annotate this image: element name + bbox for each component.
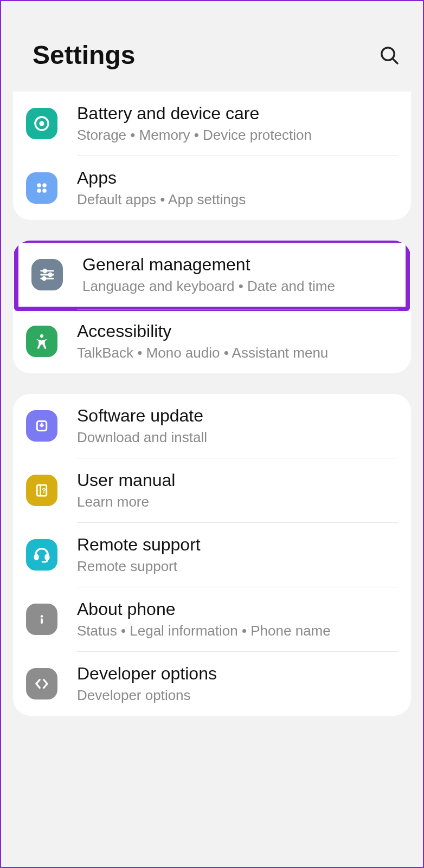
item-text: Battery and device care Storage • Memory… xyxy=(77,101,398,146)
info-icon xyxy=(26,604,57,635)
svg-point-22 xyxy=(41,615,43,618)
settings-item-about-phone[interactable]: About phone Status • Legal information •… xyxy=(13,587,411,651)
item-text: Apps Default apps • App settings xyxy=(77,166,398,210)
item-title: Software update xyxy=(77,406,398,426)
svg-point-7 xyxy=(42,189,47,193)
settings-item-developer-options[interactable]: Developer options Developer options xyxy=(13,652,411,716)
svg-text:?: ? xyxy=(42,487,46,495)
item-subtitle: Default apps • App settings xyxy=(77,191,398,208)
sliders-icon xyxy=(31,259,63,290)
item-title: User manual xyxy=(77,470,398,490)
item-text: Accessibility TalkBack • Mono audio • As… xyxy=(77,319,398,364)
page-title: Settings xyxy=(33,40,135,70)
item-text: Remote support Remote support xyxy=(77,533,398,577)
settings-item-general-management[interactable]: General management Language and keyboard… xyxy=(18,243,406,307)
settings-item-battery[interactable]: Battery and device care Storage • Memory… xyxy=(13,92,411,156)
item-subtitle: Storage • Memory • Device protection xyxy=(77,127,398,144)
item-text: General management Language and keyboard… xyxy=(82,252,393,297)
svg-point-3 xyxy=(40,121,44,126)
settings-group: Battery and device care Storage • Memory… xyxy=(13,92,411,220)
item-subtitle: Remote support xyxy=(77,558,398,575)
item-text: About phone Status • Legal information •… xyxy=(77,597,398,642)
settings-item-remote-support[interactable]: Remote support Remote support xyxy=(13,523,411,587)
svg-point-6 xyxy=(37,189,41,193)
svg-point-14 xyxy=(40,334,43,338)
settings-group: General management Language and keyboard… xyxy=(13,241,411,373)
page-header: Settings xyxy=(1,1,423,92)
svg-point-11 xyxy=(49,273,52,276)
svg-point-13 xyxy=(43,277,46,280)
item-title: Accessibility xyxy=(77,321,398,341)
item-text: User manual Learn more xyxy=(77,468,398,513)
settings-item-accessibility[interactable]: Accessibility TalkBack • Mono audio • As… xyxy=(13,309,411,373)
item-subtitle: Status • Legal information • Phone name xyxy=(77,623,398,639)
accessibility-icon xyxy=(26,326,57,357)
item-subtitle: TalkBack • Mono audio • Assistant menu xyxy=(77,345,398,361)
headset-icon xyxy=(26,539,57,571)
item-subtitle: Language and keyboard • Date and time xyxy=(82,278,393,295)
svg-point-4 xyxy=(37,183,41,187)
user-manual-icon: ? xyxy=(26,475,57,506)
search-button[interactable] xyxy=(377,43,401,67)
svg-line-1 xyxy=(393,59,397,63)
item-title: Battery and device care xyxy=(77,103,398,124)
item-title: Remote support xyxy=(77,535,398,555)
item-text: Developer options Developer options xyxy=(77,662,398,706)
apps-icon xyxy=(26,172,57,204)
settings-group: Software update Download and install ? U… xyxy=(13,394,411,716)
search-icon xyxy=(378,44,400,66)
highlight-box: General management Language and keyboard… xyxy=(14,241,410,311)
developer-icon xyxy=(26,668,57,699)
item-subtitle: Developer options xyxy=(77,687,398,704)
settings-item-user-manual[interactable]: ? User manual Learn more xyxy=(13,458,411,522)
settings-item-software-update[interactable]: Software update Download and install xyxy=(13,394,411,458)
battery-care-icon xyxy=(26,108,57,139)
item-text: Software update Download and install xyxy=(77,404,398,448)
item-title: About phone xyxy=(77,599,398,619)
settings-item-apps[interactable]: Apps Default apps • App settings xyxy=(13,156,411,220)
svg-rect-23 xyxy=(41,618,43,624)
item-title: Apps xyxy=(77,168,398,188)
item-subtitle: Learn more xyxy=(77,494,398,510)
item-title: Developer options xyxy=(77,664,398,684)
svg-rect-19 xyxy=(35,555,38,560)
software-update-icon xyxy=(26,410,57,442)
svg-point-5 xyxy=(42,183,47,187)
item-subtitle: Download and install xyxy=(77,429,398,446)
item-title: General management xyxy=(82,255,393,275)
svg-point-9 xyxy=(43,269,47,273)
